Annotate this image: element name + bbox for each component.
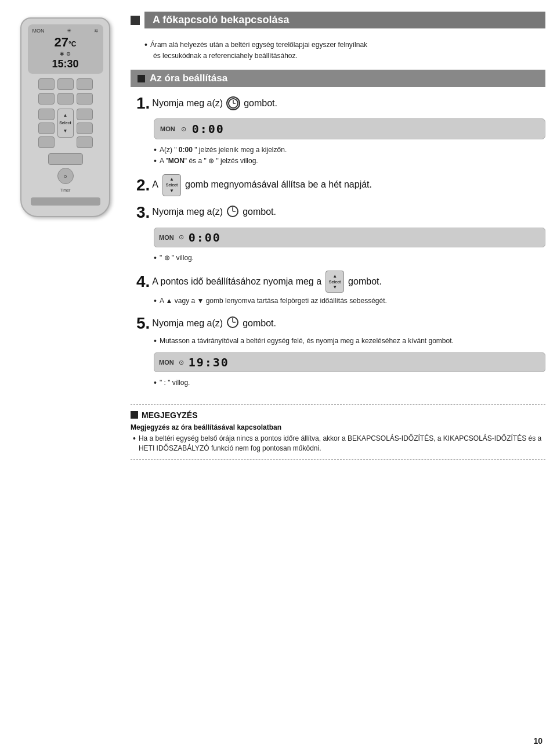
remote-mon-label: MON [32,28,45,34]
step-3-text: Nyomja meg a(z) [152,206,223,218]
content-column: A főkapcsoló bekapcsolása • Áram alá hel… [131,12,545,744]
step-2-text2: gomb megnyomásával állítsa be a hét napj… [185,178,372,191]
display-1-mon: MON [160,125,175,132]
page: MON ☀ ≋ 27°C ✱ ⚙ 15:30 [0,0,557,756]
step-1-text: Nyomja meg a(z) [152,97,223,110]
remote-btn-1[interactable] [38,78,55,90]
remote-btn-8[interactable] [38,123,55,134]
remote-select-button[interactable]: ▲ Select ▼ [57,109,74,138]
step-3-details: • " ⊕ " villog. [154,253,545,264]
step-2-number: 2. [136,176,150,195]
select-button-step2[interactable]: ▲ Select ▼ [162,174,181,196]
notes-body-text: Ha a beltéri egység belső órája nincs a … [139,434,545,453]
clock-section-title: Az óra beállítása [150,73,227,84]
remote-btn-2[interactable] [57,78,74,90]
notes-bullet-icon: • [133,433,136,445]
step-4: 4. A pontos idő beállításához nyomja meg… [136,271,545,307]
remote-btn-12[interactable] [77,136,93,148]
step-5-details-2: • " : " villog. [154,378,545,389]
remote-btn-11[interactable] [77,123,93,134]
select-label-step2: Select [166,183,178,187]
clock-icon-step1 [227,98,239,109]
display-mockup-2: MON ⊙ 0:00 [154,228,545,247]
header-square-icon [131,16,140,25]
remote-temperature: 27°C [32,35,99,50]
remote-buttons: ▲ Select ▼ ○ Timer [26,78,104,206]
remote-sun-icon: ☀ [67,28,71,34]
clock-header-square [138,75,145,82]
remote-btn-5[interactable] [57,93,74,105]
remote-snowflake-icon: ✱ [60,51,64,57]
step-3: 3. Nyomja meg a(z) gombot. MON ⊙ [136,203,545,264]
bullet-icon-1: • [144,39,147,51]
step4-bullet-1: A ▲ vagy a ▼ gomb lenyomva tartása felpö… [160,296,387,306]
intro-bullet-1: Áram alá helyezés után a beltéri egység … [150,40,367,50]
step-2: 2. A ▲ Select ▼ gomb megnyomásával állít… [136,174,545,196]
notes-header: MEGJEGYZÉS [131,411,545,420]
remote-btn-4[interactable] [38,93,55,105]
step-4-number: 4. [136,272,150,291]
clock-icon-step5 [226,316,239,329]
step4-bullet-icon-1: • [154,296,157,307]
remote-gear-icon: ⚙ [66,51,71,57]
remote-btn-9[interactable] [38,136,55,148]
step5-bullet-icon-2: • [154,377,157,389]
main-switch-header: A főkapcsoló bekapcsolása [131,12,545,28]
remote-btn-6[interactable] [77,93,93,105]
step-5-details: • Mutasson a távirányítóval a beltéri eg… [154,336,545,347]
display-3-clock-icon: ⊙ [179,359,184,366]
display-mockup-1: MON ⊙ 0:00 [154,118,545,139]
page-number: 10 [533,736,542,746]
display-2-sun-icon: ⊙ [179,233,184,241]
main-switch-title: A főkapcsoló bekapcsolása [144,12,545,28]
clock-icon-step3 [226,205,239,218]
step-2-text: A [152,178,158,191]
intro-bullet-2: és lecsukódnak a referenciahely beállítá… [153,51,298,61]
step-5-text2: gombot. [243,317,276,330]
remote-time-display: 15:30 [52,58,78,70]
step-5-text: Nyomja meg a(z) [152,317,223,330]
remote-btn-3[interactable] [77,78,93,90]
remote-icon-row: ✱ ⚙ [32,51,99,57]
select-down-arrow-step2: ▼ [169,188,174,193]
select-label: Select [59,121,71,125]
step1-bullet-2: A "MON" és a " ⊕ " jelzés villog. [160,156,258,166]
step-4-details: • A ▲ vagy a ▼ gomb lenyomva tartása fel… [154,296,545,307]
step5-bullet-icon-1: • [154,336,157,347]
step-1-text2: gombot. [244,97,277,110]
step1-bullet-icon-1: • [154,145,157,156]
notes-square-icon [131,411,138,419]
display-2-time: 0:00 [189,231,221,244]
step-5: 5. Nyomja meg a(z) gombot. • Mutas [136,314,545,389]
display-3-time: 19:30 [189,355,229,369]
remote-bottom-strip [31,197,100,206]
step1-bullet-icon-2: • [154,156,157,167]
display-1-sun-icon: ⊙ [181,125,186,133]
step5-bullet-2: " : " villog. [160,378,190,388]
display-2-mon: MON [159,234,174,241]
step1-bullet-1: A(z) " 0:00 " jelzés jelenik meg a kijel… [160,145,287,155]
display-3-mon: MON [159,359,174,366]
step-3-number: 3. [136,203,150,222]
step-3-text2: gombot. [243,206,276,218]
step5-bullet-1: Mutasson a távirányítóval a beltéri egys… [160,336,454,346]
remote-btn-7[interactable] [38,109,55,120]
remote-btn-wide-1[interactable] [48,153,83,165]
select-up-arrow: ▲ [63,113,68,118]
remote-display: MON ☀ ≋ 27°C ✱ ⚙ 15:30 [28,24,103,74]
select-label-step4: Select [329,280,341,284]
remote-btn-10[interactable] [77,109,93,120]
display-1-time: 0:00 [192,122,225,136]
remote-circle-button[interactable]: ○ [57,168,74,184]
clock-section: Az óra beállítása 1. Nyomja meg a(z) [131,70,545,389]
step-4-text: A pontos idő beállításához nyomja meg a [152,275,321,288]
display-mockup-3: MON ⊙ 19:30 [154,352,545,372]
remote-control: MON ☀ ≋ 27°C ✱ ⚙ 15:30 [20,17,110,217]
select-up-arrow-step2: ▲ [169,177,174,182]
step-4-text2: gombot. [348,275,382,288]
remote-control-column: MON ☀ ≋ 27°C ✱ ⚙ 15:30 [12,12,119,744]
step3-bullet-icon-1: • [154,253,157,264]
select-button-step4[interactable]: ▲ Select ▼ [325,271,344,293]
remote-timer-label: Timer [60,188,71,192]
remote-fan-icon: ≋ [94,28,99,34]
